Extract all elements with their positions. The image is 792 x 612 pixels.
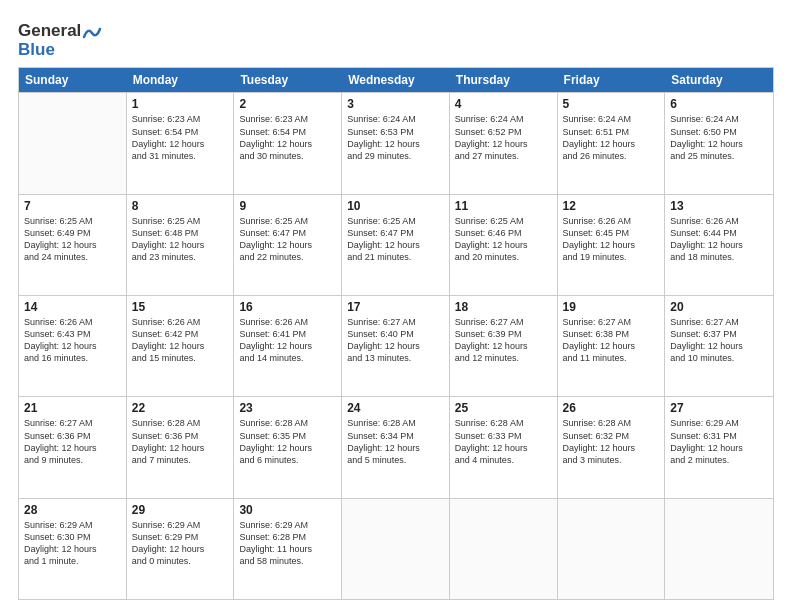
calendar-week-row: 1Sunrise: 6:23 AM Sunset: 6:54 PM Daylig… (19, 92, 773, 193)
cell-info: Sunrise: 6:28 AM Sunset: 6:34 PM Dayligh… (347, 417, 444, 466)
day-number: 15 (132, 300, 229, 314)
cell-info: Sunrise: 6:25 AM Sunset: 6:48 PM Dayligh… (132, 215, 229, 264)
calendar-cell: 6Sunrise: 6:24 AM Sunset: 6:50 PM Daylig… (665, 93, 773, 193)
day-number: 22 (132, 401, 229, 415)
calendar-body: 1Sunrise: 6:23 AM Sunset: 6:54 PM Daylig… (19, 92, 773, 599)
cell-info: Sunrise: 6:28 AM Sunset: 6:32 PM Dayligh… (563, 417, 660, 466)
calendar-cell: 27Sunrise: 6:29 AM Sunset: 6:31 PM Dayli… (665, 397, 773, 497)
calendar-cell: 12Sunrise: 6:26 AM Sunset: 6:45 PM Dayli… (558, 195, 666, 295)
calendar-cell: 19Sunrise: 6:27 AM Sunset: 6:38 PM Dayli… (558, 296, 666, 396)
cell-info: Sunrise: 6:29 AM Sunset: 6:28 PM Dayligh… (239, 519, 336, 568)
calendar-header-cell: Tuesday (234, 68, 342, 92)
cell-info: Sunrise: 6:23 AM Sunset: 6:54 PM Dayligh… (132, 113, 229, 162)
day-number: 28 (24, 503, 121, 517)
calendar-cell: 14Sunrise: 6:26 AM Sunset: 6:43 PM Dayli… (19, 296, 127, 396)
calendar: SundayMondayTuesdayWednesdayThursdayFrid… (18, 67, 774, 600)
calendar-header-cell: Thursday (450, 68, 558, 92)
cell-info: Sunrise: 6:27 AM Sunset: 6:40 PM Dayligh… (347, 316, 444, 365)
calendar-cell: 16Sunrise: 6:26 AM Sunset: 6:41 PM Dayli… (234, 296, 342, 396)
calendar-cell: 24Sunrise: 6:28 AM Sunset: 6:34 PM Dayli… (342, 397, 450, 497)
cell-info: Sunrise: 6:28 AM Sunset: 6:36 PM Dayligh… (132, 417, 229, 466)
calendar-cell: 28Sunrise: 6:29 AM Sunset: 6:30 PM Dayli… (19, 499, 127, 599)
cell-info: Sunrise: 6:26 AM Sunset: 6:44 PM Dayligh… (670, 215, 768, 264)
day-number: 9 (239, 199, 336, 213)
cell-info: Sunrise: 6:26 AM Sunset: 6:43 PM Dayligh… (24, 316, 121, 365)
calendar-cell: 4Sunrise: 6:24 AM Sunset: 6:52 PM Daylig… (450, 93, 558, 193)
calendar-cell (342, 499, 450, 599)
calendar-cell: 30Sunrise: 6:29 AM Sunset: 6:28 PM Dayli… (234, 499, 342, 599)
calendar-header-cell: Friday (558, 68, 666, 92)
calendar-week-row: 7Sunrise: 6:25 AM Sunset: 6:49 PM Daylig… (19, 194, 773, 295)
calendar-cell: 10Sunrise: 6:25 AM Sunset: 6:47 PM Dayli… (342, 195, 450, 295)
calendar-cell: 2Sunrise: 6:23 AM Sunset: 6:54 PM Daylig… (234, 93, 342, 193)
calendar-week-row: 21Sunrise: 6:27 AM Sunset: 6:36 PM Dayli… (19, 396, 773, 497)
day-number: 12 (563, 199, 660, 213)
cell-info: Sunrise: 6:27 AM Sunset: 6:36 PM Dayligh… (24, 417, 121, 466)
cell-info: Sunrise: 6:29 AM Sunset: 6:30 PM Dayligh… (24, 519, 121, 568)
day-number: 29 (132, 503, 229, 517)
day-number: 30 (239, 503, 336, 517)
calendar-cell: 20Sunrise: 6:27 AM Sunset: 6:37 PM Dayli… (665, 296, 773, 396)
day-number: 19 (563, 300, 660, 314)
cell-info: Sunrise: 6:27 AM Sunset: 6:38 PM Dayligh… (563, 316, 660, 365)
cell-info: Sunrise: 6:25 AM Sunset: 6:47 PM Dayligh… (239, 215, 336, 264)
cell-info: Sunrise: 6:26 AM Sunset: 6:42 PM Dayligh… (132, 316, 229, 365)
calendar-cell: 25Sunrise: 6:28 AM Sunset: 6:33 PM Dayli… (450, 397, 558, 497)
calendar-cell: 11Sunrise: 6:25 AM Sunset: 6:46 PM Dayli… (450, 195, 558, 295)
cell-info: Sunrise: 6:27 AM Sunset: 6:39 PM Dayligh… (455, 316, 552, 365)
day-number: 26 (563, 401, 660, 415)
cell-info: Sunrise: 6:24 AM Sunset: 6:51 PM Dayligh… (563, 113, 660, 162)
calendar-cell: 22Sunrise: 6:28 AM Sunset: 6:36 PM Dayli… (127, 397, 235, 497)
day-number: 27 (670, 401, 768, 415)
calendar-cell: 9Sunrise: 6:25 AM Sunset: 6:47 PM Daylig… (234, 195, 342, 295)
cell-info: Sunrise: 6:26 AM Sunset: 6:41 PM Dayligh… (239, 316, 336, 365)
cell-info: Sunrise: 6:23 AM Sunset: 6:54 PM Dayligh… (239, 113, 336, 162)
calendar-cell (665, 499, 773, 599)
day-number: 18 (455, 300, 552, 314)
day-number: 2 (239, 97, 336, 111)
day-number: 20 (670, 300, 768, 314)
day-number: 17 (347, 300, 444, 314)
calendar-cell: 26Sunrise: 6:28 AM Sunset: 6:32 PM Dayli… (558, 397, 666, 497)
cell-info: Sunrise: 6:26 AM Sunset: 6:45 PM Dayligh… (563, 215, 660, 264)
day-number: 8 (132, 199, 229, 213)
cell-info: Sunrise: 6:24 AM Sunset: 6:52 PM Dayligh… (455, 113, 552, 162)
cell-info: Sunrise: 6:27 AM Sunset: 6:37 PM Dayligh… (670, 316, 768, 365)
calendar-header-cell: Monday (127, 68, 235, 92)
calendar-cell: 21Sunrise: 6:27 AM Sunset: 6:36 PM Dayli… (19, 397, 127, 497)
day-number: 10 (347, 199, 444, 213)
calendar-cell (450, 499, 558, 599)
calendar-cell: 15Sunrise: 6:26 AM Sunset: 6:42 PM Dayli… (127, 296, 235, 396)
day-number: 7 (24, 199, 121, 213)
calendar-cell: 29Sunrise: 6:29 AM Sunset: 6:29 PM Dayli… (127, 499, 235, 599)
page: General Blue SundayMondayTuesdayWednesda… (0, 0, 792, 612)
calendar-cell: 8Sunrise: 6:25 AM Sunset: 6:48 PM Daylig… (127, 195, 235, 295)
calendar-cell: 3Sunrise: 6:24 AM Sunset: 6:53 PM Daylig… (342, 93, 450, 193)
logo: General Blue (18, 22, 103, 59)
calendar-week-row: 28Sunrise: 6:29 AM Sunset: 6:30 PM Dayli… (19, 498, 773, 599)
cell-info: Sunrise: 6:25 AM Sunset: 6:49 PM Dayligh… (24, 215, 121, 264)
calendar-week-row: 14Sunrise: 6:26 AM Sunset: 6:43 PM Dayli… (19, 295, 773, 396)
day-number: 25 (455, 401, 552, 415)
day-number: 5 (563, 97, 660, 111)
day-number: 3 (347, 97, 444, 111)
calendar-cell: 5Sunrise: 6:24 AM Sunset: 6:51 PM Daylig… (558, 93, 666, 193)
cell-info: Sunrise: 6:25 AM Sunset: 6:47 PM Dayligh… (347, 215, 444, 264)
calendar-cell: 13Sunrise: 6:26 AM Sunset: 6:44 PM Dayli… (665, 195, 773, 295)
calendar-header-row: SundayMondayTuesdayWednesdayThursdayFrid… (19, 68, 773, 92)
day-number: 23 (239, 401, 336, 415)
cell-info: Sunrise: 6:24 AM Sunset: 6:50 PM Dayligh… (670, 113, 768, 162)
cell-info: Sunrise: 6:28 AM Sunset: 6:33 PM Dayligh… (455, 417, 552, 466)
day-number: 11 (455, 199, 552, 213)
calendar-cell: 7Sunrise: 6:25 AM Sunset: 6:49 PM Daylig… (19, 195, 127, 295)
day-number: 21 (24, 401, 121, 415)
cell-info: Sunrise: 6:25 AM Sunset: 6:46 PM Dayligh… (455, 215, 552, 264)
calendar-header-cell: Wednesday (342, 68, 450, 92)
day-number: 1 (132, 97, 229, 111)
calendar-cell (19, 93, 127, 193)
day-number: 16 (239, 300, 336, 314)
calendar-header-cell: Sunday (19, 68, 127, 92)
logo-wave-icon (82, 25, 102, 39)
cell-info: Sunrise: 6:28 AM Sunset: 6:35 PM Dayligh… (239, 417, 336, 466)
logo-general-text: General (18, 21, 81, 40)
